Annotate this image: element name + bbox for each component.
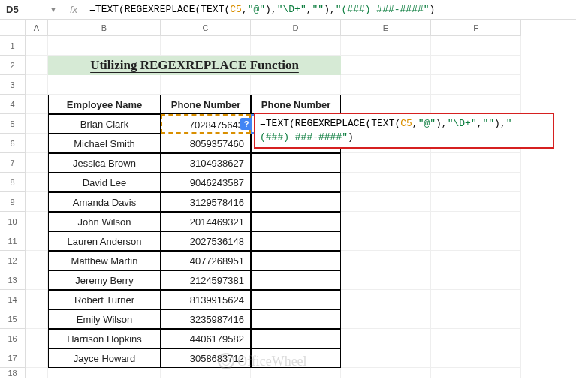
cell[interactable] (431, 251, 521, 270)
table-header[interactable]: Employee Name (48, 95, 161, 114)
cell[interactable] (161, 75, 251, 95)
row-header[interactable]: 6 (0, 134, 26, 153)
table-cell[interactable] (251, 251, 341, 270)
table-cell[interactable] (251, 290, 341, 309)
cell[interactable] (431, 95, 521, 114)
table-cell[interactable]: Amanda Davis (48, 192, 161, 212)
cell[interactable] (341, 192, 431, 212)
select-all-corner[interactable] (0, 20, 26, 36)
cell[interactable] (26, 95, 48, 114)
cell[interactable] (431, 153, 521, 173)
cell[interactable] (26, 212, 48, 231)
table-cell[interactable]: John Wilson (48, 212, 161, 231)
cell[interactable] (431, 329, 521, 348)
col-header[interactable]: D (251, 20, 341, 36)
table-cell[interactable]: 2027536148 (161, 231, 251, 251)
cell[interactable] (26, 56, 48, 75)
row-header[interactable]: 1 (0, 36, 26, 56)
table-cell[interactable]: Michael Smith (48, 134, 161, 153)
cell[interactable] (48, 36, 161, 56)
row-header[interactable]: 7 (0, 153, 26, 173)
table-cell-referenced[interactable]: 7028475643 (161, 114, 251, 134)
cell[interactable] (26, 114, 48, 134)
cell[interactable] (26, 153, 48, 173)
table-cell[interactable]: 2124597381 (161, 270, 251, 290)
table-cell[interactable]: 8059357460 (161, 134, 251, 153)
table-header[interactable]: Phone Number (161, 95, 251, 114)
table-cell[interactable]: Robert Turner (48, 290, 161, 309)
cell[interactable] (341, 309, 431, 329)
cell[interactable] (341, 251, 431, 270)
table-cell[interactable]: Brian Clark (48, 114, 161, 134)
row-header[interactable]: 4 (0, 95, 26, 114)
cell[interactable] (431, 192, 521, 212)
table-cell[interactable]: 4077268951 (161, 251, 251, 270)
cell[interactable] (431, 270, 521, 290)
table-cell[interactable]: 4406179582 (161, 329, 251, 348)
cell[interactable] (341, 368, 431, 378)
row-header[interactable]: 3 (0, 75, 26, 95)
row-header[interactable]: 12 (0, 251, 26, 270)
cell[interactable] (341, 270, 431, 290)
cell[interactable] (161, 36, 251, 56)
cell[interactable] (26, 173, 48, 192)
cell[interactable] (341, 153, 431, 173)
cell[interactable] (431, 368, 521, 378)
row-header[interactable]: 10 (0, 212, 26, 231)
cell[interactable] (431, 348, 521, 368)
cell[interactable] (161, 368, 251, 378)
title-cell[interactable]: Utilizing REGEXREPLACE Function (48, 56, 341, 75)
cell[interactable] (251, 36, 341, 56)
cell[interactable] (26, 309, 48, 329)
cell[interactable] (26, 36, 48, 56)
row-header[interactable]: 2 (0, 56, 26, 75)
name-box[interactable]: D5 (0, 4, 45, 15)
table-cell[interactable]: David Lee (48, 173, 161, 192)
row-header[interactable]: 11 (0, 231, 26, 251)
cell[interactable] (341, 173, 431, 192)
table-cell[interactable] (251, 270, 341, 290)
cell[interactable] (341, 329, 431, 348)
cell[interactable] (26, 368, 48, 378)
table-cell[interactable]: Harrison Hopkins (48, 329, 161, 348)
table-header[interactable]: Phone Number (251, 95, 341, 114)
col-header[interactable]: E (341, 20, 431, 36)
table-cell[interactable] (251, 212, 341, 231)
cell[interactable] (26, 329, 48, 348)
table-cell[interactable]: 3235987416 (161, 309, 251, 329)
cell[interactable] (431, 173, 521, 192)
cell[interactable] (431, 309, 521, 329)
cell[interactable] (431, 75, 521, 95)
table-cell[interactable]: 9046243587 (161, 173, 251, 192)
row-header[interactable]: 14 (0, 290, 26, 309)
cell[interactable] (26, 290, 48, 309)
row-header[interactable]: 5 (0, 114, 26, 134)
cell[interactable] (431, 231, 521, 251)
table-cell[interactable]: Matthew Martin (48, 251, 161, 270)
table-cell[interactable] (251, 231, 341, 251)
row-header[interactable]: 18 (0, 368, 26, 378)
cell[interactable] (431, 36, 521, 56)
table-cell[interactable]: Emily Wilson (48, 309, 161, 329)
row-header[interactable]: 8 (0, 173, 26, 192)
table-cell[interactable]: 3129578416 (161, 192, 251, 212)
cell[interactable] (341, 75, 431, 95)
row-header[interactable]: 15 (0, 309, 26, 329)
cell[interactable] (341, 348, 431, 368)
cell[interactable] (431, 212, 521, 231)
row-header[interactable]: 16 (0, 329, 26, 348)
table-cell[interactable]: Lauren Anderson (48, 231, 161, 251)
table-cell[interactable] (251, 153, 341, 173)
cell[interactable] (26, 231, 48, 251)
row-header[interactable]: 17 (0, 348, 26, 368)
col-header[interactable]: B (48, 20, 161, 36)
table-cell[interactable]: 2014469321 (161, 212, 251, 231)
name-box-dropdown-icon[interactable]: ▼ (45, 5, 62, 14)
col-header[interactable]: F (431, 20, 521, 36)
table-cell[interactable]: 8139915624 (161, 290, 251, 309)
cell[interactable] (48, 368, 161, 378)
row-header[interactable]: 9 (0, 192, 26, 212)
cell[interactable] (26, 192, 48, 212)
cell[interactable] (341, 36, 431, 56)
table-cell[interactable] (251, 173, 341, 192)
